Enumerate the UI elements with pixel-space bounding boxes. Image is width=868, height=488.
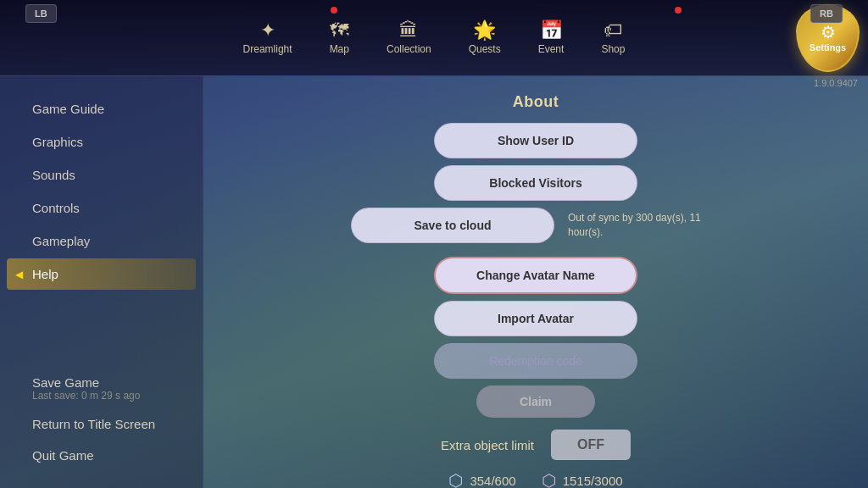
redemption-code-input[interactable]: Redemption code [434, 343, 637, 379]
extra-object-label: Extra object limit [441, 438, 534, 452]
settings-label: Settings [810, 42, 846, 53]
cube-icon-1: ⬡ [448, 470, 463, 488]
sidebar-save-game[interactable]: Save Game Last save: 0 m 29 s ago [7, 369, 196, 408]
save-game-title: Save Game [32, 375, 170, 390]
nav-item-event[interactable]: 📅 Event [520, 14, 583, 62]
settings-icon: ⚙ [821, 24, 836, 41]
event-icon: 📅 [540, 21, 563, 40]
collection-icon: 🏛 [399, 21, 418, 40]
shop-icon: 🏷 [604, 21, 622, 40]
count-item-1: ⬡ 354/600 [448, 470, 515, 488]
count-value-1: 354/600 [470, 474, 515, 488]
nav-label-quests: Quests [469, 43, 501, 55]
sidebar-item-gameplay[interactable]: Gameplay [7, 225, 196, 257]
sidebar-item-game-guide[interactable]: Game Guide [7, 93, 196, 125]
nav-notification-dot-1 [331, 7, 337, 14]
extra-object-toggle[interactable]: OFF [551, 430, 631, 460]
rb-button[interactable]: RB [810, 4, 843, 23]
nav-label-shop: Shop [601, 43, 625, 55]
save-to-cloud-button[interactable]: Save to cloud [351, 208, 554, 243]
lb-button[interactable]: LB [25, 4, 57, 23]
count-item-2: ⬡ 1515/3000 [542, 470, 623, 488]
quests-icon: 🌟 [473, 21, 496, 40]
save-game-subtitle: Last save: 0 m 29 s ago [32, 390, 170, 402]
claim-button[interactable]: Claim [476, 385, 595, 418]
sync-warning-text: Out of sync by 300 day(s), 11 hour(s). [568, 211, 721, 240]
top-nav: LB ✦ Dreamlight 🗺 Map 🏛 Collection 🌟 Que… [0, 0, 868, 76]
sidebar-return-title-screen[interactable]: Return to Title Screen [7, 408, 196, 440]
cube-icon-2: ⬡ [542, 470, 556, 488]
change-avatar-name-button[interactable]: Change Avatar Name [434, 257, 637, 294]
about-title: About [513, 93, 559, 111]
nav-item-collection[interactable]: 🏛 Collection [368, 14, 450, 62]
sidebar-item-help[interactable]: Help [7, 258, 196, 290]
main-layout: Game Guide Graphics Sounds Controls Game… [0, 76, 868, 488]
nav-item-quests[interactable]: 🌟 Quests [450, 14, 520, 62]
import-avatar-button[interactable]: Import Avatar [434, 301, 637, 336]
nav-item-dreamlight[interactable]: ✦ Dreamlight [225, 14, 311, 62]
nav-notification-dot-2 [675, 7, 682, 14]
extra-object-row: Extra object limit OFF [441, 430, 631, 460]
blocked-visitors-button[interactable]: Blocked Visitors [434, 165, 637, 201]
nav-item-shop[interactable]: 🏷 Shop [582, 14, 643, 62]
nav-items-container: ✦ Dreamlight 🗺 Map 🏛 Collection 🌟 Quests… [0, 14, 868, 62]
nav-label-event: Event [538, 43, 565, 55]
sidebar-bottom: Save Game Last save: 0 m 29 s ago Return… [0, 369, 203, 471]
sidebar-item-graphics[interactable]: Graphics [7, 126, 196, 158]
map-icon: 🗺 [330, 21, 348, 40]
count-value-2: 1515/3000 [563, 474, 623, 488]
show-user-id-button[interactable]: Show User ID [434, 123, 637, 158]
nav-label-collection: Collection [387, 43, 431, 55]
content-area: About Show User ID Blocked Visitors Save… [203, 76, 868, 488]
nav-label-map: Map [330, 43, 349, 55]
nav-item-map[interactable]: 🗺 Map [311, 14, 368, 62]
version-text: 1.9.0.9407 [814, 78, 858, 88]
sidebar: Game Guide Graphics Sounds Controls Game… [0, 76, 203, 488]
save-cloud-row: Save to cloud Out of sync by 300 day(s),… [237, 208, 834, 243]
sidebar-quit-game[interactable]: Quit Game [7, 440, 196, 471]
object-counts-row: ⬡ 354/600 ⬡ 1515/3000 [448, 470, 622, 488]
dreamlight-icon: ✦ [260, 21, 275, 40]
sidebar-item-controls[interactable]: Controls [7, 192, 196, 224]
nav-label-dreamlight: Dreamlight [243, 43, 292, 55]
sidebar-item-sounds[interactable]: Sounds [7, 159, 196, 191]
